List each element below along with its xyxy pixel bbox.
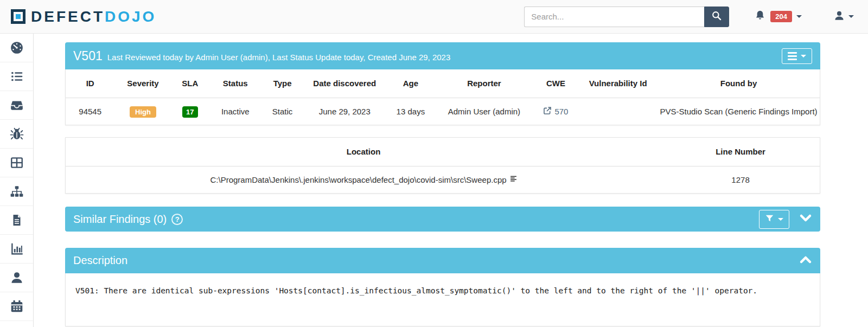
filter-caret-icon <box>778 218 783 221</box>
location-table-row: C:\ProgramData\Jenkins\.jenkins\workspac… <box>66 166 820 193</box>
notifications-menu[interactable]: 204 <box>754 9 802 24</box>
bug-icon <box>10 127 24 141</box>
col-header-status: Status <box>209 69 261 98</box>
chevron-down-icon <box>799 213 812 225</box>
similar-findings-collapse-toggle[interactable] <box>799 213 812 225</box>
finding-summary-table-box: ID Severity SLA Status Type Date discove… <box>65 69 820 125</box>
col-header-date-discovered: Date discovered <box>303 69 386 98</box>
col-header-age: Age <box>386 69 435 98</box>
bar-chart-icon <box>10 242 24 256</box>
col-header-type: Type <box>261 69 303 98</box>
cwe-number: 570 <box>554 107 568 116</box>
filter-icon <box>765 214 774 225</box>
col-header-sla: SLA <box>171 69 209 98</box>
sidebar-item-bug[interactable] <box>0 120 33 149</box>
sidebar-item-dashboard[interactable] <box>0 34 33 62</box>
search-input[interactable] <box>524 7 704 27</box>
file-lines-icon[interactable] <box>510 175 517 184</box>
sidebar-item-inbox[interactable] <box>0 91 33 120</box>
inbox-icon <box>10 98 24 112</box>
description-title: Description <box>73 254 127 267</box>
description-collapse-toggle[interactable] <box>799 255 812 267</box>
cell-found-by: PVS-Studio Scan (Generic Findings Import… <box>658 98 820 125</box>
menu-icon <box>788 52 797 60</box>
cell-vulnerability-id <box>578 98 658 125</box>
location-table: Location Line Number C:\ProgramData\Jenk… <box>66 138 820 193</box>
similar-findings-bar: Similar Findings (0) ? <box>65 207 820 232</box>
sidebar-item-reports[interactable] <box>0 206 33 235</box>
file-path: C:\ProgramData\Jenkins\.jenkins\workspac… <box>210 175 507 184</box>
col-header-location: Location <box>66 138 661 166</box>
logo-defect: DEFECT <box>31 8 105 25</box>
document-icon <box>10 213 23 227</box>
col-header-severity: Severity <box>114 69 171 98</box>
finding-summary-table: ID Severity SLA Status Type Date discove… <box>66 69 820 125</box>
notifications-caret-icon <box>796 15 802 18</box>
cell-id: 94545 <box>66 98 114 125</box>
cell-reporter: Admin User (admin) <box>435 98 533 125</box>
finding-actions-dropdown-button[interactable] <box>782 48 812 64</box>
person-icon <box>10 271 24 285</box>
top-navbar: DEFECTDOJO 204 <box>0 0 868 34</box>
cell-cwe: 570 <box>533 98 578 125</box>
table-icon <box>10 156 24 170</box>
col-header-reporter: Reporter <box>435 69 533 98</box>
cell-date-discovered: June 29, 2023 <box>303 98 386 125</box>
finding-title: V501 <box>73 49 103 63</box>
col-header-id: ID <box>66 69 114 98</box>
search-button[interactable] <box>704 7 729 27</box>
col-header-line-number: Line Number <box>661 138 820 166</box>
sidebar-item-users[interactable] <box>0 264 33 292</box>
user-menu[interactable] <box>833 9 854 24</box>
finding-table-row: 94545 High 17 Inactive Static June 29, 2… <box>66 98 820 125</box>
description-bar: Description <box>65 248 820 273</box>
user-icon <box>833 9 845 24</box>
description-text: V501: There are identical sub-expression… <box>75 286 810 295</box>
sidebar-item-findings-list[interactable] <box>0 62 33 91</box>
similar-findings-title: Similar Findings (0) <box>73 213 167 226</box>
user-menu-caret-icon <box>848 15 854 18</box>
cell-sla: 17 <box>171 98 209 125</box>
search-icon <box>711 10 722 23</box>
col-header-vulnerability-id: Vulnerability Id <box>578 69 658 98</box>
col-header-found-by: Found by <box>658 69 820 98</box>
finding-header-bar: V501 Last Reviewed today by Admin User (… <box>65 42 820 69</box>
sidebar-item-components[interactable] <box>0 149 33 177</box>
cell-line-number: 1278 <box>661 166 820 193</box>
finding-table-header-row: ID Severity SLA Status Type Date discove… <box>66 69 820 98</box>
external-link-icon <box>543 106 552 117</box>
search-group <box>524 7 729 27</box>
chevron-up-icon <box>799 255 812 267</box>
sidebar-item-calendar[interactable] <box>0 292 33 321</box>
bell-icon <box>754 9 766 24</box>
defectdojo-logo-icon <box>11 9 25 24</box>
calendar-icon <box>10 299 24 313</box>
cell-type: Static <box>261 98 303 125</box>
help-question-icon[interactable]: ? <box>171 214 183 225</box>
cell-location: C:\ProgramData\Jenkins\.jenkins\workspac… <box>66 166 661 193</box>
sitemap-icon <box>10 184 24 198</box>
defectdojo-logo[interactable]: DEFECTDOJO <box>11 8 156 25</box>
col-header-cwe: CWE <box>533 69 578 98</box>
cwe-link[interactable]: 570 <box>543 106 568 117</box>
left-sidebar <box>0 34 34 327</box>
severity-badge: High <box>130 106 156 118</box>
notification-count-badge: 204 <box>770 11 792 22</box>
sidebar-item-metrics[interactable] <box>0 235 33 264</box>
location-table-header-row: Location Line Number <box>66 138 820 166</box>
similar-findings-filter-button[interactable] <box>759 210 789 229</box>
cell-severity: High <box>114 98 171 125</box>
logo-text: DEFECTDOJO <box>31 8 156 25</box>
cell-age: 13 days <box>386 98 435 125</box>
sla-badge: 17 <box>182 106 197 118</box>
location-table-box: Location Line Number C:\ProgramData\Jenk… <box>65 137 820 194</box>
dashboard-icon <box>10 41 24 55</box>
finding-subtitle: Last Reviewed today by Admin User (admin… <box>107 53 451 62</box>
logo-dojo: DOJO <box>105 8 156 25</box>
sidebar-item-endpoints[interactable] <box>0 177 33 206</box>
description-body: V501: There are identical sub-expression… <box>65 273 820 326</box>
main-content: V501 Last Reviewed today by Admin User (… <box>34 34 868 327</box>
list-icon <box>10 69 24 84</box>
cell-status: Inactive <box>209 98 261 125</box>
dropdown-caret-icon <box>801 55 806 57</box>
